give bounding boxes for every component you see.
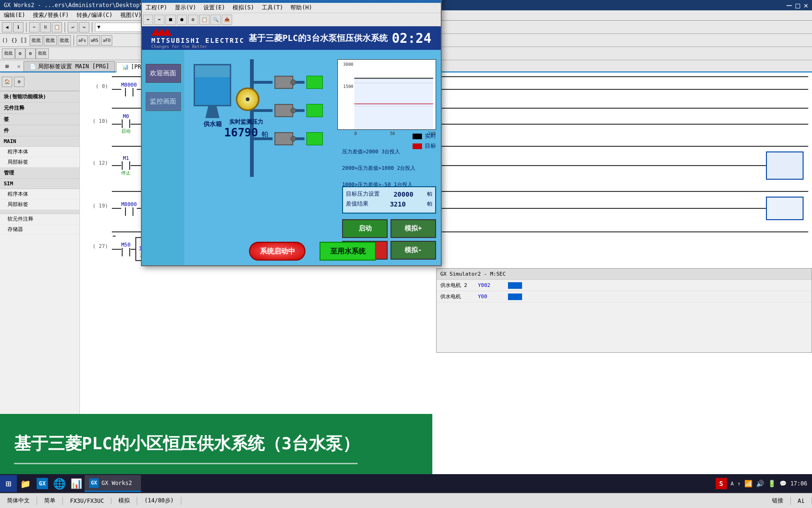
tb3-btn1[interactable]: 批批	[2, 48, 15, 59]
vbar-left-0	[125, 88, 126, 96]
toolbar-back-btn[interactable]: ◀	[2, 22, 12, 32]
toolbar-redo-btn[interactable]: ↪	[79, 22, 89, 32]
tb2-btn2[interactable]: 批批	[44, 35, 57, 46]
pump-2-wheel	[290, 108, 296, 113]
sidebar-local-label[interactable]: 局部标签	[0, 157, 79, 167]
pump-1-status	[306, 76, 323, 89]
nav-monitor-btn[interactable]: 监控画面	[146, 92, 181, 111]
sidebar-sim-prog[interactable]: 程序本体	[0, 189, 79, 199]
gt-menu-sim[interactable]: 模拟(S)	[229, 3, 258, 13]
vbar-right-12	[129, 161, 130, 170]
wire-left-12	[112, 165, 121, 166]
gt-tb-btn6[interactable]: 📋	[199, 15, 210, 25]
contact-sym-m50	[122, 248, 130, 256]
pump-2-assembly	[254, 104, 323, 117]
tb2-ars-btn[interactable]: aRS	[89, 35, 100, 46]
gt-tb-btn7[interactable]: 🔍	[211, 15, 221, 25]
maximize-btn[interactable]: □	[796, 1, 800, 10]
gt-menu-settings[interactable]: 设置(E)	[200, 3, 229, 13]
gt-screen-header: MITSUBISHI ELECTRIC Changes for the Bett…	[142, 26, 441, 50]
status-lang: 简体中文	[0, 497, 37, 505]
tb3-btn3[interactable]: ⚙	[25, 48, 36, 59]
contact-m50[interactable]: M50	[121, 242, 131, 256]
tb2-btn3[interactable]: 批批	[58, 35, 71, 46]
menu-convert[interactable]: 转换/编译(C)	[73, 10, 117, 20]
sim-plus-button[interactable]: 模拟+	[390, 219, 436, 238]
minimize-btn[interactable]: ─	[787, 0, 792, 10]
gt-nav-panel: 欢迎画面 监控画面	[142, 50, 184, 265]
tb3-btn2[interactable]: ⚙	[15, 48, 25, 59]
sidebar-part-section: 件	[0, 125, 79, 136]
gt-tb-btn4[interactable]: ⏺	[177, 15, 187, 25]
start-button[interactable]: 启动	[342, 219, 388, 238]
sidebar-home-btn[interactable]: 🏠	[2, 77, 12, 87]
chart-y-3000: 3000	[343, 62, 353, 67]
tab-local-labels[interactable]: 📄 局部标签设置 MAIN [PRG]	[23, 61, 115, 71]
sidebar-gear-btn[interactable]: ⚙	[14, 77, 24, 87]
taskbar-system-tray: S A ↑ 📶 🔊 🔋 💬 17:06	[716, 478, 812, 489]
taskbar-browser-icon[interactable]: 🌐	[51, 475, 68, 492]
contact-m0[interactable]: M0 启动	[121, 113, 131, 135]
gx-monitor-header: GX Simulator2 - M:SEC	[437, 269, 812, 280]
sidebar-memory[interactable]: 存储器	[0, 224, 79, 235]
pump-3-pipe-right	[295, 137, 304, 140]
gauge-center	[246, 97, 250, 101]
contact-m8000-2[interactable]: M8000	[121, 201, 137, 216]
sidebar-device-comment[interactable]: 软元件注释	[0, 214, 79, 224]
tb2-afs-btn[interactable]: aFs	[77, 35, 88, 46]
taskbar-net-icon: 📶	[744, 480, 752, 487]
taskbar-gxworks-app[interactable]: GX GX Works2	[85, 475, 141, 492]
wire-mid-27	[131, 249, 135, 250]
system-running-button[interactable]: 系统启动中	[249, 242, 305, 261]
rung-num-12: ( 12)	[84, 160, 112, 166]
gt-menu-view[interactable]: 显示(V)	[171, 3, 200, 13]
tb2-ano-btn[interactable]: aFO	[101, 35, 112, 46]
pump-2-pipe-right	[295, 109, 304, 112]
water-system-button[interactable]: 至用水系统	[320, 242, 376, 261]
contact-m1[interactable]: M1 停止	[121, 155, 131, 176]
sidebar-sim-section: SIM	[0, 179, 79, 189]
toolbar-paste-btn[interactable]: 📋	[52, 22, 62, 32]
setting-row-target: 目标压力设置 20000 帕	[346, 190, 432, 198]
toolbar-cut-btn[interactable]: ✂	[29, 22, 39, 32]
taskbar-app-icon[interactable]: 📊	[68, 475, 85, 492]
toolbar-undo-btn[interactable]: ↩	[68, 22, 78, 32]
nav-welcome-btn[interactable]: 欢迎画面	[146, 64, 181, 83]
rung-num-27: ( 27)	[84, 243, 112, 249]
sidebar-sim-local[interactable]: 局部标签	[0, 199, 79, 210]
gt-menu-help[interactable]: 帮助(H)	[287, 3, 316, 13]
gt-tb-btn5[interactable]: ⚙	[188, 15, 198, 25]
tab-close-panel[interactable]: ✕	[14, 61, 23, 71]
sidebar-prog-body[interactable]: 程序本体	[0, 147, 79, 157]
contact-m8000[interactable]: M8000	[121, 82, 137, 96]
toolbar-sep-2	[64, 22, 65, 32]
gt-menu-project[interactable]: 工程(P)	[142, 3, 171, 13]
menu-search[interactable]: 搜索/替换(F)	[29, 10, 73, 20]
tab-panel-toggle[interactable]: ⊞	[0, 61, 14, 71]
close-btn[interactable]: ✕	[804, 1, 808, 10]
info-line-1: 压力差值>2000 3台投入	[342, 149, 400, 155]
toolbar-sep-1	[26, 22, 27, 32]
menu-edit[interactable]: 编辑(E)	[0, 10, 29, 20]
pressure-value: 16790	[224, 126, 258, 139]
status-plc-type: FX3U/FX3UC	[63, 498, 111, 504]
taskbar-gxworks-icon[interactable]: GX	[34, 475, 51, 492]
gt-simulator-window: GT GT Simulator3 (GT27) [工程标题未设置] ─ □ ✕ …	[141, 0, 442, 266]
gt-screen: MITSUBISHI ELECTRIC Changes for the Bett…	[142, 26, 441, 265]
gt-tb-btn8[interactable]: 📤	[222, 15, 232, 25]
gt-menu-tools[interactable]: 工具(T)	[258, 3, 287, 13]
tank-body	[194, 64, 231, 106]
bottom-system-buttons: 系统启动中 至用水系统	[184, 242, 441, 261]
toolbar-info-btn[interactable]: ℹ	[13, 22, 23, 32]
contact-label-m0: M0	[123, 113, 129, 119]
taskbar-file-icon[interactable]: 📁	[17, 475, 34, 492]
tb3-btn4[interactable]: 批批	[36, 48, 49, 59]
contact-label-m50: M50	[121, 242, 131, 248]
gt-tb-btn2[interactable]: ➡	[154, 15, 164, 25]
taskbar-start-btn[interactable]: ⊞	[0, 475, 17, 492]
toolbar-copy-btn[interactable]: ⎘	[40, 22, 51, 32]
gt-tb-btn1[interactable]: ⬅	[143, 15, 153, 25]
sidebar-toolbar: 🏠 ⚙	[0, 72, 79, 91]
tb2-btn1[interactable]: 批批	[30, 35, 43, 46]
gt-tb-btn3[interactable]: ⏹	[165, 15, 176, 25]
